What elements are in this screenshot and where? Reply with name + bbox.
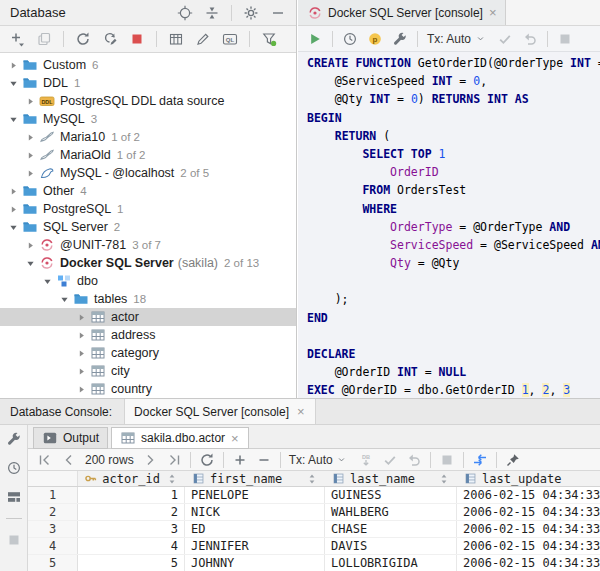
tree-item-mariaold[interactable]: MariaOld1 of 2 (0, 146, 296, 164)
table-cell[interactable]: 2006-02-15 04:34:33. (457, 555, 600, 571)
tree-item-maria10[interactable]: Maria101 of 2 (0, 128, 296, 146)
code-line[interactable]: ServiceSpeed = @ServiceSpeed AND (307, 236, 600, 254)
sort-icon[interactable] (304, 471, 320, 486)
tree-item-unit-781[interactable]: @UNIT-7813 of 7 (0, 236, 296, 254)
compare-icon[interactable] (472, 452, 488, 468)
chevron-right-icon[interactable] (74, 382, 89, 396)
refresh-icon[interactable] (75, 31, 91, 47)
console-header-tab[interactable]: Docker SQL Server [console] × (124, 399, 316, 424)
duplicate-icon[interactable] (36, 31, 52, 47)
table-cell[interactable]: PENELOPE (185, 487, 325, 503)
code-line[interactable]: ); (307, 290, 600, 308)
chevron-right-icon[interactable] (23, 238, 38, 252)
column-header-last_name[interactable]: last_name (325, 471, 457, 486)
nav-prev-icon[interactable] (61, 452, 77, 468)
chevron-right-icon[interactable] (23, 130, 38, 144)
code-line[interactable]: BEGIN (307, 109, 600, 127)
code-line[interactable]: EXEC @OrderID = dbo.GetOrderID 1, 2, 3 (307, 381, 600, 398)
sort-icon[interactable] (436, 471, 452, 486)
code-line[interactable]: @Qty INT = 0) RETURNS INT AS (307, 90, 600, 108)
table-cell[interactable]: 5 (78, 555, 185, 571)
code-line[interactable]: CREATE FUNCTION GetOrderID(@OrderType IN… (307, 54, 600, 72)
tree-item-docker-sql-server[interactable]: Docker SQL Server(sakila)2 of 13 (0, 254, 296, 272)
table-cell[interactable]: 2006-02-15 04:34:33. (457, 538, 600, 554)
code-line[interactable]: @ServiceSpeed INT = 0, (307, 72, 600, 90)
table-cell[interactable]: NICK (185, 504, 325, 520)
code-line[interactable]: ​ (307, 272, 600, 290)
table-cell[interactable]: 2006-02-15 04:34:33. (457, 487, 600, 503)
row-number[interactable]: 1 (28, 487, 78, 503)
plus-icon[interactable] (232, 452, 248, 468)
minimize-icon[interactable] (270, 5, 286, 21)
table-cell[interactable]: WAHLBERG (325, 504, 457, 520)
chevron-right-icon[interactable] (6, 58, 21, 72)
wrench-icon[interactable] (6, 431, 22, 447)
chevron-right-icon[interactable] (6, 184, 21, 198)
gear-icon[interactable] (243, 5, 259, 21)
column-header-actor_id[interactable]: actor_id (78, 471, 185, 486)
params-icon[interactable]: p (367, 31, 383, 47)
tree-item-ddl[interactable]: DDL1 (0, 74, 296, 92)
chevron-down-icon[interactable] (6, 76, 21, 90)
table-cell[interactable]: 2006-02-15 04:34:33. (457, 504, 600, 520)
tx-mode-dropdown[interactable]: Tx: Auto (427, 31, 488, 47)
column-header-first_name[interactable]: first_name (185, 471, 325, 486)
table-cell[interactable]: 2006-02-15 04:34:33. (457, 521, 600, 537)
clock-icon[interactable] (6, 460, 22, 476)
edit-pencil-icon[interactable] (195, 31, 211, 47)
tree-item-country[interactable]: country (0, 380, 296, 398)
stop-gray-icon[interactable] (6, 532, 22, 548)
collapse-all-icon[interactable] (204, 5, 220, 21)
minus-icon[interactable] (256, 452, 272, 468)
column-header-last_update[interactable]: last_update (457, 471, 600, 486)
chevron-right-icon[interactable] (74, 328, 89, 342)
tree-item-tables[interactable]: tables18 (0, 290, 296, 308)
code-line[interactable]: @OrderID INT = NULL (307, 363, 600, 381)
db-download-icon[interactable]: DB (358, 452, 374, 468)
tree-item-postgresql-ddl-data-source[interactable]: DDLPostgreSQL DDL data source (0, 92, 296, 110)
close-icon[interactable]: × (296, 405, 306, 418)
play-icon[interactable] (307, 31, 323, 47)
chevron-right-icon[interactable] (74, 364, 89, 378)
row-number[interactable]: 2 (28, 504, 78, 520)
chevron-down-icon[interactable] (23, 256, 38, 270)
table-cell[interactable]: JOHNNY (185, 555, 325, 571)
sync-edit-icon[interactable] (102, 31, 118, 47)
tree-item-sql-server[interactable]: SQL Server2 (0, 218, 296, 236)
chevron-down-icon[interactable] (6, 112, 21, 126)
chevron-right-icon[interactable] (23, 166, 38, 180)
tree-item-city[interactable]: city (0, 362, 296, 380)
tab-output[interactable]: Output (33, 427, 108, 449)
close-icon[interactable]: × (488, 6, 498, 19)
tree-item-mysql[interactable]: MySQL3 (0, 110, 296, 128)
table-cell[interactable]: CHASE (325, 521, 457, 537)
code-line[interactable]: DECLARE (307, 345, 600, 363)
check-icon[interactable] (497, 31, 513, 47)
code-line[interactable]: OrderType = @OrderType AND (307, 218, 600, 236)
tree-item-dbo[interactable]: dbo (0, 272, 296, 290)
close-icon[interactable]: × (230, 432, 240, 445)
nav-first-icon[interactable] (37, 452, 53, 468)
chevron-right-icon[interactable] (74, 310, 89, 324)
code-line[interactable]: FROM OrdersTest (307, 181, 600, 199)
filter-icon[interactable] (261, 31, 277, 47)
layout-rows-icon[interactable] (6, 489, 22, 505)
table-cell[interactable]: JENNIFER (185, 538, 325, 554)
code-line[interactable]: WHERE (307, 200, 600, 218)
tree-item-mysql-localhost[interactable]: MySQL - @localhost2 of 5 (0, 164, 296, 182)
check-icon[interactable] (382, 452, 398, 468)
table-cell[interactable]: 2 (78, 504, 185, 520)
stop-red-icon[interactable] (129, 31, 145, 47)
wrench-icon[interactable] (392, 31, 408, 47)
table-cell[interactable]: 1 (78, 487, 185, 503)
stop-gray-icon[interactable] (439, 452, 455, 468)
row-number[interactable]: 5 (28, 555, 78, 571)
code-line[interactable]: OrderID (307, 163, 600, 181)
sql-editor[interactable]: CREATE FUNCTION GetOrderID(@OrderType IN… (298, 52, 600, 398)
ql-console-icon[interactable]: QL (222, 31, 238, 47)
chevron-right-icon[interactable] (6, 202, 21, 216)
table-cell[interactable]: ED (185, 521, 325, 537)
undo-icon[interactable] (522, 31, 538, 47)
stop-gray-icon[interactable] (557, 31, 573, 47)
tree-item-actor[interactable]: actor (0, 308, 296, 326)
